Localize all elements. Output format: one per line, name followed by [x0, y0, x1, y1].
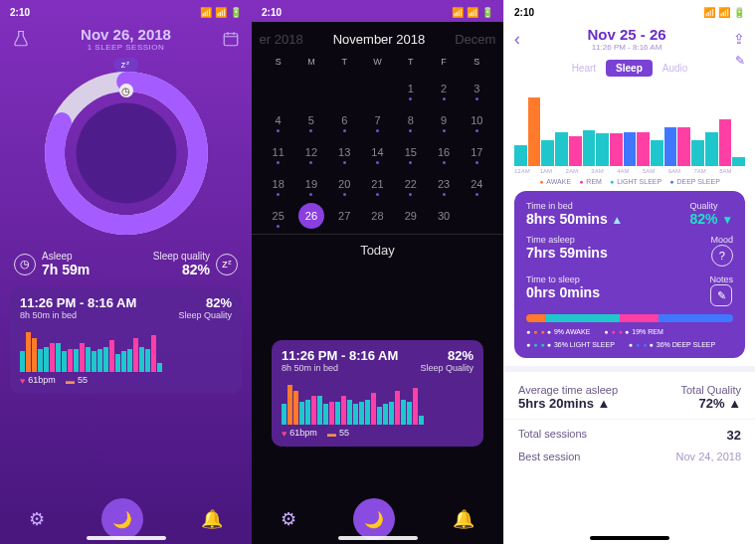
calendar-day[interactable]: 30	[427, 200, 460, 232]
avg-value: 5hrs 20mins ▲	[518, 396, 618, 411]
asleep-label: Asleep	[42, 251, 90, 262]
status-bar: 2:10 📶 📶 🔋	[252, 0, 503, 22]
next-month[interactable]: Decem	[455, 32, 495, 47]
date-subtitle: 11:26 PM - 8:16 AM	[587, 43, 665, 52]
quality-label: Sleep quality	[153, 251, 210, 262]
stage-chart	[514, 81, 745, 166]
tab-audio[interactable]: Audio	[653, 60, 698, 77]
tab-sleep[interactable]: Sleep	[606, 60, 653, 77]
flask-icon[interactable]	[12, 30, 30, 48]
prev-month[interactable]: er 2018	[260, 32, 303, 47]
best-row[interactable]: Best session Nov 24, 2018	[504, 447, 755, 466]
status-indicators: 📶 📶 🔋	[200, 7, 242, 18]
clock: 2:10	[10, 7, 30, 18]
calendar-day[interactable]: 18	[262, 168, 294, 200]
tab-heart[interactable]: Heart	[562, 60, 606, 77]
calendar-day[interactable]: 12	[294, 136, 327, 168]
calendar-day[interactable]: 15	[394, 136, 427, 168]
svg-rect-0	[224, 34, 238, 46]
calendar-day[interactable]: 16	[427, 136, 460, 168]
summary-row: ◷ Asleep 7h 59m Sleep quality 82% zᶻ	[0, 251, 252, 283]
calendar-day[interactable]: 5	[294, 104, 327, 136]
calendar-day[interactable]: 21	[361, 168, 394, 200]
alarm-icon[interactable]: 🔔	[453, 508, 474, 530]
legend-light: LIGHT SLEEP	[610, 178, 662, 185]
calendar-day[interactable]: 28	[361, 200, 394, 232]
asleep-value: 7h 59m	[42, 262, 90, 277]
calendar-day[interactable]: 2	[427, 73, 460, 104]
calendar-day[interactable]: 14	[361, 136, 394, 168]
calendar-overlay: er 2018 November 2018 Decem SMTWTFS 1234…	[252, 22, 503, 544]
calendar-day[interactable]: 10	[461, 104, 493, 136]
calendar-day[interactable]: 22	[394, 168, 427, 200]
calendar-icon[interactable]	[222, 30, 240, 48]
home-indicator[interactable]	[87, 536, 166, 540]
calendar-header[interactable]: er 2018 November 2018 Decem	[252, 22, 503, 53]
home-indicator[interactable]	[338, 536, 418, 540]
calendar-day[interactable]: 11	[262, 136, 294, 168]
session-card-peek[interactable]: 11:26 PM - 8:16 AM 8h 50m in bed 82% Sle…	[272, 340, 483, 447]
calendar-day[interactable]: 17	[461, 136, 493, 168]
zz-badge: zᶻ	[113, 58, 139, 72]
calendar-day[interactable]: 7	[361, 104, 394, 136]
calendar-day[interactable]: 6	[328, 104, 361, 136]
calendar-day[interactable]: 29	[394, 200, 427, 232]
date-title: Nov 26, 2018	[81, 26, 171, 43]
mood-button[interactable]: ?	[711, 245, 733, 267]
current-month: November 2018	[333, 32, 426, 47]
segmented-control[interactable]: Heart Sleep Audio	[504, 60, 755, 77]
calendar-day[interactable]: 26	[294, 200, 327, 232]
calendar-grid[interactable]: 1234567891011121314151617181920212223242…	[252, 71, 503, 234]
date-header[interactable]: Nov 26, 2018 1 SLEEP SESSION	[81, 26, 171, 52]
tq-value: 72% ▲	[680, 396, 741, 411]
svg-point-3	[76, 103, 176, 204]
share-icon[interactable]: ⇪	[733, 31, 745, 47]
calendar-day[interactable]: 9	[427, 104, 460, 136]
calendar-day[interactable]: 27	[328, 200, 361, 232]
calendar-day[interactable]: 23	[427, 168, 460, 200]
session-card[interactable]: 11:26 PM - 8:16 AM 8h 50m in bed 82% Sle…	[10, 287, 242, 394]
status-indicators: 📶 📶 🔋	[703, 7, 745, 18]
status-bar: 2:10 📶 📶 🔋	[504, 0, 755, 22]
calendar-day[interactable]: 13	[328, 136, 361, 168]
x-axis: 12AM1AM2AM3AM4AM5AM6AM7AM8AM	[514, 168, 745, 174]
chart-legend: AWAKE REM LIGHT SLEEP DEEP SLEEP	[504, 178, 755, 185]
calendar-day[interactable]: 20	[328, 168, 361, 200]
clock-icon: ◷	[14, 254, 36, 275]
card-legend: 61bpm 55	[282, 428, 473, 439]
back-icon[interactable]: ‹	[514, 29, 520, 50]
home-indicator[interactable]	[590, 536, 669, 540]
ta-value: 7hrs 59mins	[526, 245, 608, 261]
card-pct: 82%	[420, 348, 473, 363]
quality-label: Quality	[690, 201, 733, 211]
tts-value: 0hrs 0mins	[526, 284, 600, 300]
calendar-day[interactable]: 24	[461, 168, 493, 200]
sessions-row[interactable]: Total sessions 32	[504, 424, 755, 447]
calendar-day[interactable]: 3	[461, 73, 493, 104]
alarm-icon[interactable]: 🔔	[201, 508, 223, 530]
edit-icon[interactable]: ✎	[735, 54, 745, 68]
card-inbed: 8h 50m in bed	[20, 310, 136, 320]
calendar-day[interactable]: 4	[262, 104, 294, 136]
date-header: Nov 25 - 26 11:26 PM - 8:16 AM	[587, 26, 665, 52]
calendar-day[interactable]: 19	[294, 168, 327, 200]
calendar-day[interactable]: 25	[262, 200, 294, 232]
settings-icon[interactable]: ⚙	[281, 508, 296, 530]
card-range: 11:26 PM - 8:16 AM	[20, 295, 136, 310]
notes-button[interactable]: ✎	[710, 284, 732, 306]
today-button[interactable]: Today	[252, 234, 503, 266]
mood-label: Mood	[710, 235, 733, 245]
header: ‹ Nov 25 - 26 11:26 PM - 8:16 AM ⇪	[504, 22, 755, 54]
calendar-day[interactable]: 8	[394, 104, 427, 136]
breakdown-bar	[526, 314, 733, 322]
tq-label: Total Quality	[680, 384, 741, 396]
sleep-button[interactable]: 🌙	[101, 498, 143, 540]
calendar-day[interactable]: 1	[394, 73, 427, 104]
heart-rate: 61bpm	[20, 375, 56, 386]
settings-icon[interactable]: ⚙	[29, 508, 45, 530]
divider	[504, 419, 755, 420]
sleep-button[interactable]: 🌙	[353, 498, 395, 540]
sleep-ring[interactable]: zᶻ ◷	[37, 64, 216, 243]
quality-value: 82% ▼	[690, 211, 733, 227]
quality-value: 82%	[153, 262, 210, 277]
